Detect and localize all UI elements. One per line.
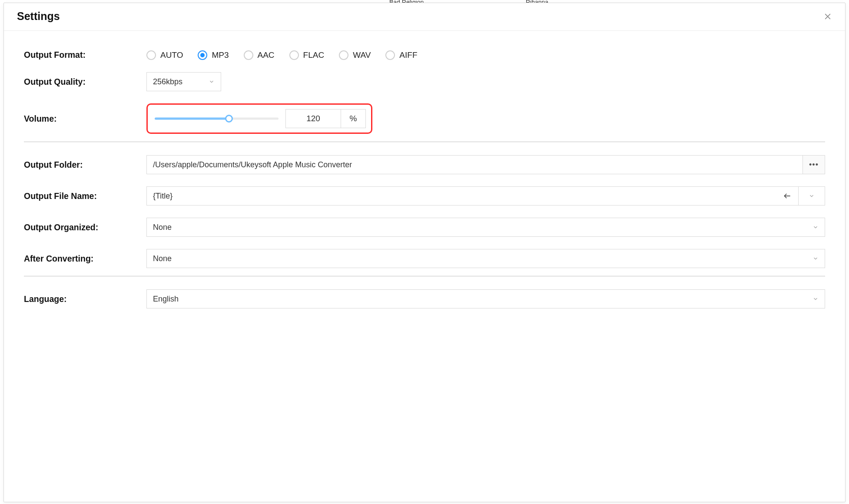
label-after-converting: After Converting: [24,254,146,264]
radio-circle [198,50,207,60]
row-output-quality: Output Quality: 256kbps [24,72,825,91]
output-quality-value: 256kbps [153,77,182,86]
chevron-down-icon [813,255,819,262]
radio-mp3[interactable]: MP3 [198,50,229,60]
radio-label: FLAC [303,50,325,60]
label-output-quality: Output Quality: [24,77,146,87]
output-filename-wrap: {Title} [146,186,825,206]
close-icon [823,12,832,21]
radio-label: WAV [353,50,371,60]
radio-label: MP3 [212,50,229,60]
volume-unit: % [341,109,366,128]
volume-slider[interactable] [155,114,279,123]
filename-dropdown-button[interactable] [798,186,825,206]
arrow-left-icon[interactable] [783,191,792,201]
modal-body: Output Format: AUTOMP3AACFLACWAVAIFF Out… [4,31,845,502]
modal-header: Settings [4,3,845,31]
chevron-down-icon [209,79,215,85]
row-language: Language: English [24,289,825,308]
row-output-organized: Output Organized: None [24,218,825,237]
output-organized-value: None [153,223,172,232]
radio-circle [385,50,395,60]
divider [24,276,825,276]
slider-thumb[interactable] [225,115,233,123]
label-output-filename: Output File Name: [24,191,146,201]
volume-input[interactable] [285,109,341,128]
radio-circle [244,50,253,60]
chevron-down-icon [813,224,819,230]
label-output-format: Output Format: [24,50,146,60]
radio-label: AAC [258,50,275,60]
radio-auto[interactable]: AUTO [146,50,183,60]
label-output-folder: Output Folder: [24,160,146,170]
output-quality-select[interactable]: 256kbps [146,72,221,91]
radio-circle [289,50,299,60]
output-filename-value: {Title} [153,192,172,201]
row-after-converting: After Converting: None [24,249,825,268]
after-converting-value: None [153,254,172,263]
settings-modal: Settings Output Format: AUTOMP3AACFLACWA… [3,3,846,502]
row-output-folder: Output Folder: ••• [24,155,825,174]
radio-aac[interactable]: AAC [244,50,275,60]
language-value: English [153,295,179,304]
divider [24,142,825,142]
browse-folder-button[interactable]: ••• [803,155,825,174]
radio-wav[interactable]: WAV [339,50,371,60]
radio-flac[interactable]: FLAC [289,50,325,60]
close-button[interactable] [822,10,834,23]
output-format-radios: AUTOMP3AACFLACWAVAIFF [146,50,418,60]
radio-circle [339,50,348,60]
radio-circle [146,50,156,60]
row-output-format: Output Format: AUTOMP3AACFLACWAVAIFF [24,50,825,60]
output-filename-input[interactable]: {Title} [146,186,799,206]
radio-label: AIFF [399,50,417,60]
output-organized-select[interactable]: None [146,218,825,237]
language-select[interactable]: English [146,289,825,308]
chevron-down-icon [813,296,819,302]
label-volume: Volume: [24,114,146,124]
label-language: Language: [24,294,146,304]
radio-aiff[interactable]: AIFF [385,50,417,60]
output-folder-input[interactable] [146,155,803,174]
label-output-organized: Output Organized: [24,222,146,232]
ellipsis-icon: ••• [809,160,819,169]
row-output-filename: Output File Name: {Title} [24,186,825,206]
slider-fill [155,118,229,120]
chevron-down-icon [809,193,815,199]
modal-title: Settings [17,10,60,23]
output-folder-wrap: ••• [146,155,825,174]
row-volume: Volume: % [24,103,825,134]
after-converting-select[interactable]: None [146,249,825,268]
radio-label: AUTO [160,50,183,60]
volume-highlight-box: % [146,103,372,134]
